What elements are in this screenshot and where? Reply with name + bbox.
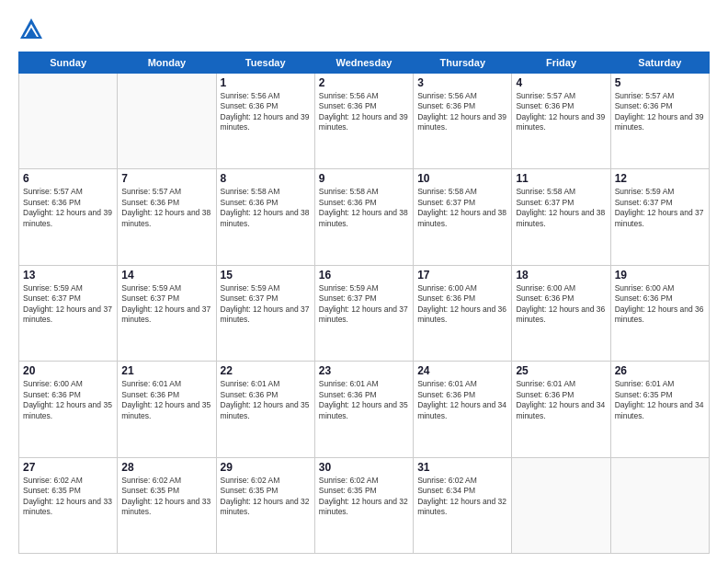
day-number: 2 [319,76,409,89]
day-cell: 25 Sunrise: 6:01 AMSunset: 6:36 PMDaylig… [512,362,610,457]
day-cell: 5 Sunrise: 5:57 AMSunset: 6:36 PMDayligh… [610,74,709,169]
day-number: 19 [615,269,705,282]
day-cell: 15 Sunrise: 5:59 AMSunset: 6:37 PMDaylig… [216,265,314,361]
cell-info: Sunrise: 6:02 AMSunset: 6:35 PMDaylight:… [221,476,311,518]
day-cell: 26 Sunrise: 6:01 AMSunset: 6:35 PMDaylig… [610,362,709,457]
cell-info: Sunrise: 6:02 AMSunset: 6:35 PMDaylight:… [121,476,211,518]
week-row-3: 13 Sunrise: 5:59 AMSunset: 6:37 PMDaylig… [19,265,710,361]
cell-info: Sunrise: 5:58 AMSunset: 6:37 PMDaylight:… [516,187,606,229]
day-cell: 20 Sunrise: 6:00 AMSunset: 6:36 PMDaylig… [19,362,118,457]
day-cell: 23 Sunrise: 6:01 AMSunset: 6:36 PMDaylig… [314,362,413,457]
day-header-row: SundayMondayTuesdayWednesdayThursdayFrid… [19,52,710,74]
day-cell: 19 Sunrise: 6:00 AMSunset: 6:36 PMDaylig… [610,265,709,361]
day-number: 27 [23,461,113,474]
cell-info: Sunrise: 5:56 AMSunset: 6:36 PMDaylight:… [319,91,409,133]
day-number: 29 [221,461,311,474]
day-number: 20 [23,364,113,377]
day-number: 5 [615,76,705,89]
day-number: 17 [417,269,507,282]
day-number: 3 [417,76,507,89]
day-cell: 2 Sunrise: 5:56 AMSunset: 6:36 PMDayligh… [314,74,413,169]
day-cell: 9 Sunrise: 5:58 AMSunset: 6:36 PMDayligh… [314,169,413,265]
cell-info: Sunrise: 5:58 AMSunset: 6:37 PMDaylight:… [417,187,507,229]
week-row-1: 1 Sunrise: 5:56 AMSunset: 6:36 PMDayligh… [19,74,710,169]
day-number: 21 [121,364,211,377]
day-number: 7 [121,172,211,185]
cell-info: Sunrise: 6:02 AMSunset: 6:35 PMDaylight:… [23,476,113,518]
day-number: 16 [319,269,409,282]
day-cell [118,74,216,169]
day-cell: 28 Sunrise: 6:02 AMSunset: 6:35 PMDaylig… [118,457,216,553]
day-number: 9 [319,172,409,185]
day-header-sunday: Sunday [19,52,118,74]
day-cell: 17 Sunrise: 6:00 AMSunset: 6:36 PMDaylig… [414,265,512,361]
day-cell: 22 Sunrise: 6:01 AMSunset: 6:36 PMDaylig… [216,362,314,457]
day-cell [512,457,610,553]
cell-info: Sunrise: 6:01 AMSunset: 6:36 PMDaylight:… [319,379,409,421]
day-cell [610,457,709,553]
day-cell [19,74,118,169]
cell-info: Sunrise: 6:01 AMSunset: 6:35 PMDaylight:… [615,379,705,421]
cell-info: Sunrise: 5:59 AMSunset: 6:37 PMDaylight:… [615,187,705,229]
day-number: 31 [417,461,507,474]
cell-info: Sunrise: 5:59 AMSunset: 6:37 PMDaylight:… [319,283,409,326]
day-number: 26 [615,364,705,377]
day-header-saturday: Saturday [610,52,709,74]
cell-info: Sunrise: 6:00 AMSunset: 6:36 PMDaylight:… [615,283,705,326]
logo [18,17,48,42]
logo-icon [18,17,44,42]
week-row-2: 6 Sunrise: 5:57 AMSunset: 6:36 PMDayligh… [19,169,710,265]
day-cell: 18 Sunrise: 6:00 AMSunset: 6:36 PMDaylig… [512,265,610,361]
cell-info: Sunrise: 5:56 AMSunset: 6:36 PMDaylight:… [417,91,507,133]
day-cell: 11 Sunrise: 5:58 AMSunset: 6:37 PMDaylig… [512,169,610,265]
day-cell: 10 Sunrise: 5:58 AMSunset: 6:37 PMDaylig… [414,169,512,265]
day-number: 24 [417,364,507,377]
day-number: 25 [516,364,606,377]
day-number: 15 [221,269,311,282]
cell-info: Sunrise: 5:57 AMSunset: 6:36 PMDaylight:… [23,187,113,229]
calendar-table: SundayMondayTuesdayWednesdayThursdayFrid… [18,52,710,554]
day-number: 22 [221,364,311,377]
cell-info: Sunrise: 5:59 AMSunset: 6:37 PMDaylight:… [121,283,211,326]
day-number: 28 [121,461,211,474]
day-cell: 7 Sunrise: 5:57 AMSunset: 6:36 PMDayligh… [118,169,216,265]
cell-info: Sunrise: 5:58 AMSunset: 6:36 PMDaylight:… [221,187,311,229]
cell-info: Sunrise: 5:59 AMSunset: 6:37 PMDaylight:… [221,283,311,326]
week-row-4: 20 Sunrise: 6:00 AMSunset: 6:36 PMDaylig… [19,362,710,457]
day-header-monday: Monday [118,52,216,74]
day-number: 11 [516,172,606,185]
day-number: 30 [319,461,409,474]
day-number: 6 [23,172,113,185]
day-header-wednesday: Wednesday [314,52,413,74]
day-number: 13 [23,269,113,282]
day-number: 18 [516,269,606,282]
week-row-5: 27 Sunrise: 6:02 AMSunset: 6:35 PMDaylig… [19,457,710,553]
day-cell: 31 Sunrise: 6:02 AMSunset: 6:34 PMDaylig… [414,457,512,553]
cell-info: Sunrise: 5:56 AMSunset: 6:36 PMDaylight:… [221,91,311,133]
day-cell: 24 Sunrise: 6:01 AMSunset: 6:36 PMDaylig… [414,362,512,457]
day-number: 14 [121,269,211,282]
cell-info: Sunrise: 6:01 AMSunset: 6:36 PMDaylight:… [221,379,311,421]
cell-info: Sunrise: 6:02 AMSunset: 6:34 PMDaylight:… [417,476,507,518]
header [18,17,710,42]
cell-info: Sunrise: 5:58 AMSunset: 6:36 PMDaylight:… [319,187,409,229]
day-number: 1 [221,76,311,89]
day-cell: 8 Sunrise: 5:58 AMSunset: 6:36 PMDayligh… [216,169,314,265]
day-header-tuesday: Tuesday [216,52,314,74]
cell-info: Sunrise: 6:00 AMSunset: 6:36 PMDaylight:… [516,283,606,326]
day-cell: 21 Sunrise: 6:01 AMSunset: 6:36 PMDaylig… [118,362,216,457]
day-number: 23 [319,364,409,377]
cell-info: Sunrise: 6:00 AMSunset: 6:36 PMDaylight:… [417,283,507,326]
cell-info: Sunrise: 5:57 AMSunset: 6:36 PMDaylight:… [516,91,606,133]
day-number: 12 [615,172,705,185]
day-cell: 3 Sunrise: 5:56 AMSunset: 6:36 PMDayligh… [414,74,512,169]
day-cell: 6 Sunrise: 5:57 AMSunset: 6:36 PMDayligh… [19,169,118,265]
day-cell: 13 Sunrise: 5:59 AMSunset: 6:37 PMDaylig… [19,265,118,361]
day-header-thursday: Thursday [414,52,512,74]
cell-info: Sunrise: 6:01 AMSunset: 6:36 PMDaylight:… [516,379,606,421]
cell-info: Sunrise: 5:59 AMSunset: 6:37 PMDaylight:… [23,283,113,326]
day-cell: 14 Sunrise: 5:59 AMSunset: 6:37 PMDaylig… [118,265,216,361]
day-number: 8 [221,172,311,185]
cell-info: Sunrise: 6:01 AMSunset: 6:36 PMDaylight:… [417,379,507,421]
page: SundayMondayTuesdayWednesdayThursdayFrid… [0,0,728,563]
